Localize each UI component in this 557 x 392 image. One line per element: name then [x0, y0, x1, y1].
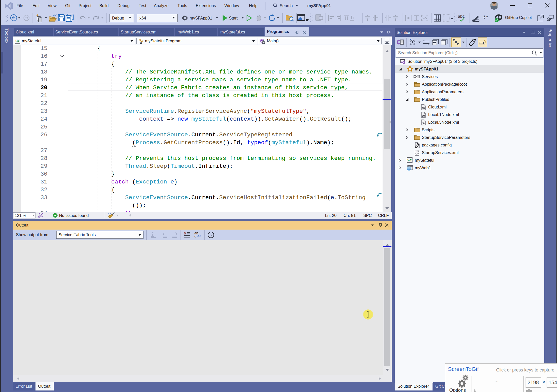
svg-text:c: c — [194, 234, 196, 238]
